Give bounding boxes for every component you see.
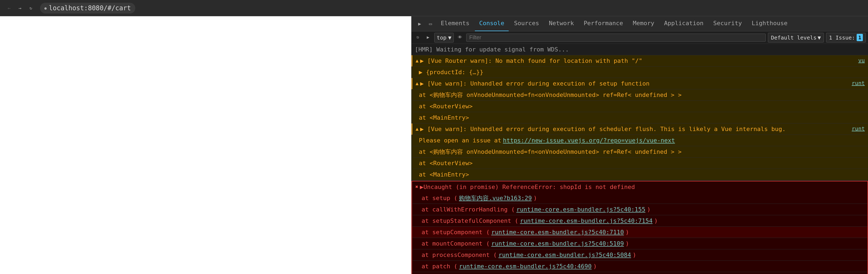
vue-warn-scheduler-source[interactable]: runt: [852, 125, 865, 133]
at-setup-comp-post: ): [626, 228, 629, 237]
scheduler-at2-text: at <RouterView>: [419, 159, 473, 168]
issue-link-pre: Please open an issue at: [419, 136, 501, 145]
console-msg-at-setup-component[interactable]: at setupComponent ( runtime-core.esm-bun…: [412, 226, 867, 238]
error-outlined-block: ✖ ▶Uncaught (in promise) ReferenceError:…: [411, 181, 868, 274]
at-mount-post: ): [626, 239, 629, 248]
setup-stateful-link[interactable]: runtime-core.esm-bundler.js?5c40:7154: [520, 216, 653, 225]
console-msg-vue-warn-setup[interactable]: ▲ ▶ [Vue warn]: Unhandled error during e…: [411, 78, 868, 89]
at-patch-pre: at patch (: [422, 262, 457, 271]
console-msg-uncaught-error[interactable]: ✖ ▶Uncaught (in promise) ReferenceError:…: [412, 181, 867, 192]
browser-content: [0, 16, 411, 274]
eye-button[interactable]: 👁: [456, 34, 464, 42]
at-stateful-post: ): [654, 216, 658, 225]
tab-application[interactable]: Application: [660, 16, 708, 31]
vue-issue-link[interactable]: https://new-issue.vuejs.org/?repo=vuejs/…: [503, 136, 675, 145]
at-mount-pre: at mountComponent (: [422, 239, 490, 248]
console-msg-vue-router-warn[interactable]: ▲ ▶ [Vue Router warn]: No match found fo…: [411, 55, 868, 67]
context-dropdown-icon: ▼: [448, 34, 451, 41]
at-call-pre: at callWithErrorHandling (: [422, 205, 515, 214]
console-clear-button[interactable]: ⎋: [414, 34, 422, 42]
console-msg-product-id[interactable]: ▶ {productId: {…}}: [411, 67, 868, 78]
issue-label: 1 Issue:: [829, 34, 855, 41]
tab-security[interactable]: Security: [709, 16, 746, 31]
vue-warn-setup-text: ▶ [Vue warn]: Unhandled error during exe…: [420, 79, 848, 88]
console-msg-scheduler-at3: at <MainEntry>: [411, 169, 868, 180]
vue-warn-scheduler-text: ▶ [Vue warn]: Unhandled error during exe…: [420, 125, 848, 133]
console-msg-at-setup-stateful[interactable]: at setupStatefulComponent ( runtime-core…: [412, 215, 867, 226]
tab-console[interactable]: Console: [475, 16, 509, 31]
console-filter-toggle[interactable]: ▶: [424, 34, 432, 42]
setup-at2-text: at <RouterView>: [419, 102, 473, 111]
warning-icon-2: ▲: [415, 80, 418, 87]
tab-network[interactable]: Network: [545, 16, 578, 31]
tab-lighthouse[interactable]: Lighthouse: [747, 16, 792, 31]
console-msg-setup-at1: at <购物车内容 onVnodeUnmounted=fn<onVnodeUnm…: [411, 89, 868, 101]
devtools-toolbar: ▶ ▭ Elements Console Sources Network Per…: [411, 16, 868, 31]
tab-sources[interactable]: Sources: [510, 16, 544, 31]
at-process-post: ): [632, 250, 636, 260]
circle-error-icon: ✖: [415, 183, 418, 190]
levels-dropdown-icon: ▼: [818, 34, 821, 41]
issue-count: 1: [857, 34, 863, 41]
console-msg-at-setup[interactable]: at setup ( 购物车内容.vue?b163:29 ): [412, 192, 867, 204]
console-msg-at-mount[interactable]: at mountComponent ( runtime-core.esm-bun…: [412, 238, 867, 249]
tab-performance[interactable]: Performance: [579, 16, 627, 31]
context-selector[interactable]: top ▼: [434, 33, 454, 42]
console-msg-setup-at3: at <MainEntry>: [411, 112, 868, 123]
tab-elements[interactable]: Elements: [436, 16, 474, 31]
devtools-panel: ▶ ▭ Elements Console Sources Network Per…: [411, 16, 868, 274]
lock-icon: ●: [44, 6, 46, 10]
console-msg-at-call-error[interactable]: at callWithErrorHandling ( runtime-core.…: [412, 204, 867, 215]
uncaught-error-text: ▶Uncaught (in promise) ReferenceError: s…: [420, 182, 864, 191]
console-messages: [HMR] Waiting for update signal from WDS…: [411, 44, 868, 274]
hmr-text: [HMR] Waiting for update signal from WDS…: [415, 45, 569, 54]
console-toolbar: ⎋ ▶ top ▼ 👁 Default levels ▼ 1 Issue: 1: [411, 31, 868, 44]
call-error-link[interactable]: runtime-core.esm-bundler.js?5c40:155: [516, 205, 645, 214]
address-bar[interactable]: ● localhost:8080/#/cart: [40, 3, 135, 13]
forward-button[interactable]: →: [16, 4, 24, 12]
patch-link[interactable]: runtime-core.esm-bundler.js?5c40:4690: [459, 262, 591, 271]
console-msg-at-patch[interactable]: at patch ( runtime-core.esm-bundler.js?5…: [412, 261, 867, 272]
setup-component-link[interactable]: runtime-core.esm-bundler.js?5c40:7110: [491, 228, 624, 237]
console-msg-at-process[interactable]: at processComponent ( runtime-core.esm-b…: [412, 249, 867, 261]
default-levels-button[interactable]: Default levels ▼: [768, 33, 824, 42]
mount-link[interactable]: runtime-core.esm-bundler.js?5c40:5109: [491, 239, 624, 248]
device-mode-button[interactable]: ▭: [426, 19, 435, 29]
refresh-button[interactable]: ↻: [27, 4, 35, 12]
console-msg-at-component-effect[interactable]: at componentEffect ( runtime-core.esm-bu…: [412, 272, 867, 274]
console-msg-hmr: [HMR] Waiting for update signal from WDS…: [411, 44, 868, 55]
vue-router-source-link[interactable]: vu: [858, 56, 865, 64]
context-label: top: [437, 34, 446, 41]
vue-router-warn-text: ▶ [Vue Router warn]: No match found for …: [420, 56, 855, 65]
process-link[interactable]: runtime-core.esm-bundler.js?5c40:5084: [498, 250, 631, 260]
setup-link[interactable]: 购物车内容.vue?b163:29: [459, 193, 532, 203]
console-msg-setup-at2: at <RouterView>: [411, 101, 868, 112]
setup-at1-text: at <购物车内容 onVnodeUnmounted=fn<onVnodeUnm…: [419, 90, 682, 99]
back-button[interactable]: ←: [5, 4, 13, 12]
scheduler-at3-text: at <MainEntry>: [419, 170, 469, 179]
at-process-pre: at processComponent (: [422, 250, 497, 260]
nav-buttons: ← → ↻: [5, 4, 35, 12]
at-call-post: ): [647, 205, 650, 214]
scheduler-at1-text: at <购物车内容 onVnodeUnmounted=fn<onVnodeUnm…: [419, 147, 682, 156]
tab-memory[interactable]: Memory: [628, 16, 658, 31]
console-msg-issue-link: Please open an issue at https://new-issu…: [411, 135, 868, 146]
console-msg-scheduler-at2: at <RouterView>: [411, 158, 868, 169]
at-setup-pre: at setup (: [422, 193, 457, 203]
issue-badge[interactable]: 1 Issue: 1: [826, 33, 866, 42]
product-id-text: ▶ {productId: {…}}: [419, 68, 483, 77]
filter-input[interactable]: [466, 34, 766, 42]
at-stateful-pre: at setupStatefulComponent (: [422, 216, 519, 225]
console-msg-vue-warn-scheduler[interactable]: ▲ ▶ [Vue warn]: Unhandled error during e…: [411, 123, 868, 135]
browser-chrome: ← → ↻ ● localhost:8080/#/cart: [0, 0, 868, 16]
default-levels-label: Default levels: [771, 34, 816, 41]
console-msg-scheduler-at1: at <购物车内容 onVnodeUnmounted=fn<onVnodeUnm…: [411, 146, 868, 158]
main-area: ▶ ▭ Elements Console Sources Network Per…: [0, 16, 868, 274]
warning-icon: ▲: [415, 57, 418, 64]
vue-warn-setup-source[interactable]: runt: [852, 79, 865, 87]
setup-at3-text: at <MainEntry>: [419, 113, 469, 122]
at-patch-post: ): [593, 262, 597, 271]
inspect-element-button[interactable]: ▶: [415, 19, 425, 29]
url-text: localhost:8080/#/cart: [49, 4, 131, 12]
at-setup-comp-pre: at setupComponent (: [422, 228, 490, 237]
